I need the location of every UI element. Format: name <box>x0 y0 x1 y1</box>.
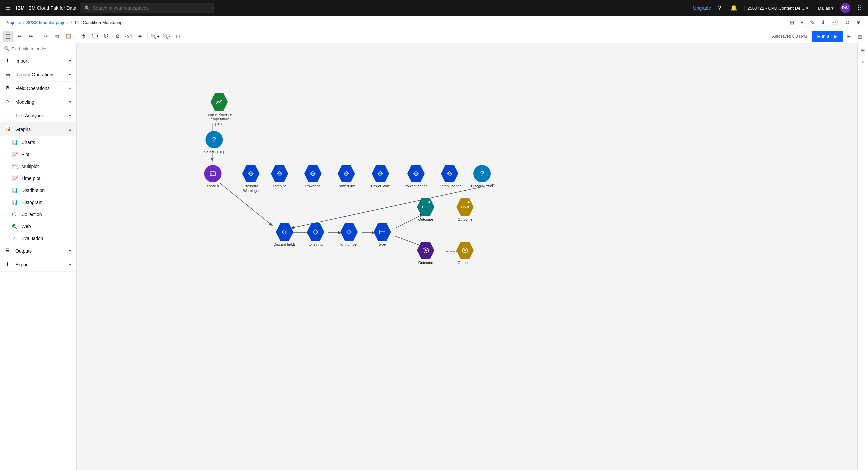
export-icon: ⬆ <box>5 261 12 268</box>
main-layout: 🔍 ⬇ Import ▾ ▤ Record Operations ▾ ⚙ Fie… <box>0 43 868 470</box>
panel-toggle-button[interactable]: ▤ <box>855 31 865 42</box>
node-discard-fields[interactable]: Discard fields <box>274 223 296 247</box>
app-grid-icon[interactable]: ⠿ <box>854 3 864 13</box>
toolbar-sep2 <box>76 32 76 40</box>
search-input[interactable] <box>93 5 210 11</box>
properties-panel-icon[interactable]: ⊞ <box>859 46 866 55</box>
breadcrumb-project[interactable]: SPSS Modeler project <box>26 20 69 25</box>
node-outcome-2-top[interactable]: C5.0 ▲ Outcome <box>456 198 474 222</box>
share-icon[interactable]: ⊕ <box>854 19 863 26</box>
history-icon[interactable]: ↺ <box>843 19 851 26</box>
svg-rect-0 <box>6 34 10 38</box>
node-tempchange[interactable]: _TempChange <box>438 165 462 188</box>
collection-icon: ⬡ <box>12 211 18 217</box>
sidebar-item-modeling[interactable]: ◇ Modeling ▾ <box>0 95 76 109</box>
notification-icon[interactable]: 🔔 <box>727 3 740 13</box>
node-outcome-1-top[interactable]: C5.0 ▲ Outcome <box>417 198 434 222</box>
view-toggle-icon[interactable]: ⊞ <box>787 19 796 26</box>
record-operations-icon: ▤ <box>5 71 12 78</box>
node-tempinc[interactable]: TempInc <box>271 165 288 188</box>
upgrade-button[interactable]: Upgrade <box>693 5 711 11</box>
edit-icon[interactable]: ✎ <box>808 19 816 26</box>
region-switcher[interactable]: Dallas ▾ <box>815 6 836 11</box>
sidebar-item-export[interactable]: ⬆ Export ▾ <box>0 258 76 272</box>
node-discard-initial[interactable]: ? Discard Initial <box>471 165 493 188</box>
global-search[interactable]: 🔍 <box>81 3 214 13</box>
sidebar-item-label: Histogram <box>21 200 43 205</box>
select-tool-button[interactable] <box>3 31 13 42</box>
time-icon[interactable]: 🕐 <box>830 19 841 26</box>
play-icon: ▶ <box>834 34 837 39</box>
palette-search-input[interactable] <box>12 46 72 51</box>
node-top-chart[interactable]: Time v. Power v. Temperature (101) <box>204 93 234 126</box>
code-button[interactable]: </> <box>123 31 134 42</box>
link-button[interactable]: ⛓ <box>101 31 112 42</box>
menu-icon[interactable]: ☰ <box>4 3 12 13</box>
sidebar-item-record-operations[interactable]: ▤ Record Operations ▾ <box>0 68 76 82</box>
info-panel-icon[interactable]: ℹ <box>861 57 865 66</box>
sidebar-item-web[interactable]: 🕸 Web <box>0 220 76 232</box>
zoom-in-button[interactable]: 🔍+ <box>150 31 160 42</box>
breadcrumb-actions: ⊞ ▾ ✎ ⬇ 🕐 ↺ ⊕ <box>787 19 863 26</box>
chevron-down-icon[interactable]: ▾ <box>799 19 805 26</box>
sidebar-item-graphs[interactable]: 📊 Graphs ▴ <box>0 123 76 136</box>
delete-button[interactable]: 🗑 <box>78 31 89 42</box>
modeling-icon: ◇ <box>5 99 12 105</box>
node-cond1n[interactable]: cond1n <box>204 165 221 188</box>
node-label: _TempChange <box>438 184 462 188</box>
breadcrumb-sep1: / <box>23 20 24 25</box>
node-type[interactable]: type <box>374 223 391 247</box>
avatar[interactable]: PW <box>840 3 850 13</box>
zoom-out-button[interactable]: 🔍- <box>161 31 172 42</box>
redo-button[interactable]: ↪ <box>25 31 36 42</box>
node-to-string[interactable]: to_string <box>307 223 324 247</box>
sidebar-item-text-analytics[interactable]: Ⅱ Text Analytics ▾ <box>0 109 76 123</box>
cut-button[interactable]: ✂ <box>40 31 51 42</box>
sidebar-item-charts[interactable]: 📊 Charts <box>0 136 76 148</box>
node-to-number[interactable]: to_number <box>340 223 358 247</box>
node-select[interactable]: ? Select (101) <box>204 131 224 154</box>
paste-button[interactable]: 📋 <box>63 31 74 42</box>
flow-canvas[interactable]: Time v. Power v. Temperature (101) ? Sel… <box>77 43 857 470</box>
breadcrumb-projects[interactable]: Projects <box>5 20 21 25</box>
node-powerflux[interactable]: PowerFlux <box>338 165 355 188</box>
comment-button[interactable]: 💬 <box>89 31 100 42</box>
properties-button[interactable]: ⚙ <box>112 31 123 42</box>
node-powerinc[interactable]: PowerInc <box>304 165 321 188</box>
download-icon[interactable]: ⬇ <box>819 19 827 26</box>
node-label: Discard Initial <box>471 184 493 188</box>
table-view-button[interactable]: ⊞ <box>843 31 854 42</box>
help-icon[interactable]: ? <box>715 3 723 13</box>
node-pressure-warnings[interactable]: Pressure Warnings <box>238 165 264 193</box>
run-all-button[interactable]: Run all ▶ <box>812 31 843 42</box>
node-label: Outcome <box>418 217 433 222</box>
sidebar-item-label: Web <box>21 224 31 229</box>
sidebar-item-multiplot[interactable]: 📉 Multiplot <box>0 160 76 172</box>
fit-button[interactable]: ⊡ <box>173 31 183 42</box>
sidebar-item-distribution[interactable]: 📊 Distribution <box>0 184 76 196</box>
node-outcome-1-bottom[interactable]: Outcome <box>417 242 434 265</box>
sidebar-item-collection[interactable]: ⬡ Collection <box>0 208 76 220</box>
sidebar-item-outputs[interactable]: ☰ Outputs ▾ <box>0 244 76 258</box>
palette-search[interactable]: 🔍 <box>0 43 76 54</box>
sidebar-item-histogram[interactable]: 📊 Histogram <box>0 196 76 208</box>
account-switcher[interactable]: 2560722 - CPD Content De... ▾ <box>744 6 811 11</box>
node-powerstate[interactable]: PowerState <box>371 165 390 188</box>
app-logo: IBM IBM Cloud Pak for Data <box>16 5 76 11</box>
copy-button[interactable]: ⧉ <box>52 31 62 42</box>
charts-icon: 📊 <box>12 139 18 145</box>
sidebar-item-label: Time plot <box>21 176 40 181</box>
flow-button[interactable]: ◈ <box>135 31 146 42</box>
sidebar-item-label: Evaluation <box>21 236 43 241</box>
node-label: Outcome <box>458 217 473 222</box>
node-powerchange[interactable]: PowerChange <box>404 165 428 188</box>
sidebar-item-import[interactable]: ⬇ Import ▾ <box>0 54 76 68</box>
topbar: ☰ IBM IBM Cloud Pak for Data 🔍 Upgrade ?… <box>0 0 868 16</box>
node-outcome-2-bottom[interactable]: Outcome <box>456 242 474 265</box>
node-label: Discard fields <box>274 242 296 247</box>
undo-button[interactable]: ↩ <box>14 31 25 42</box>
sidebar-item-time-plot[interactable]: 📈 Time plot <box>0 172 76 184</box>
sidebar-item-field-operations[interactable]: ⚙ Field Operations ▾ <box>0 82 76 95</box>
sidebar-item-evaluation[interactable]: ✓ Evaluation <box>0 232 76 244</box>
sidebar-item-plot[interactable]: 📈 Plot <box>0 148 76 160</box>
